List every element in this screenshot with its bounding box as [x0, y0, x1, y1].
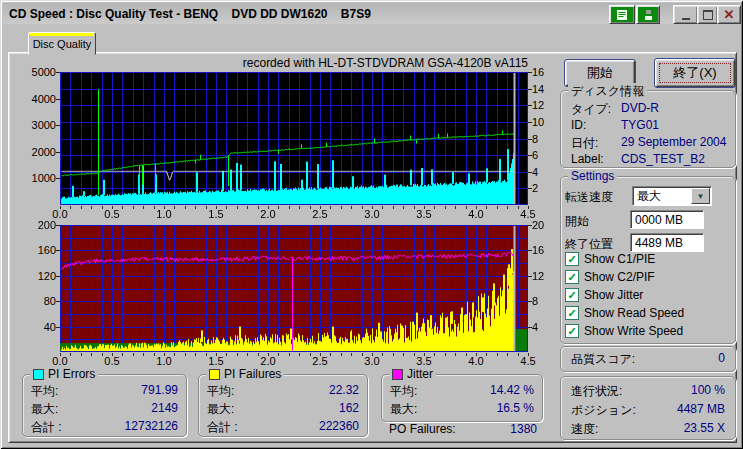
- axis-tick: [528, 225, 532, 226]
- pi-errors-max: 2149: [151, 401, 178, 417]
- axis-tick: [56, 250, 60, 251]
- y-axis-right-tick-label: 12: [532, 270, 558, 282]
- app-window: CD Speed : Disc Quality Test - BENQ DVD …: [0, 0, 743, 449]
- pi-failures-total: 222360: [319, 419, 359, 435]
- settings-title: Settings: [568, 169, 617, 183]
- focus-rect: 終了(X): [659, 63, 731, 83]
- progress-value: 100 %: [691, 383, 725, 400]
- checkbox-label: Show C1/PIE: [584, 252, 655, 266]
- pi-failures-max: 162: [339, 401, 359, 417]
- y-axis-left-tick-label: 2000: [18, 146, 56, 158]
- axis-tick: [56, 276, 60, 277]
- quality-score-value: 0: [718, 351, 725, 368]
- top-chart-x-ticks: [60, 206, 529, 209]
- max-label: 最大:: [31, 401, 58, 417]
- axis-tick: [528, 155, 532, 156]
- disc-date-label: 日付:: [571, 135, 621, 152]
- y-axis-right-tick-label: 2: [532, 182, 558, 194]
- exit-button-label: 終了(X): [673, 64, 716, 82]
- save-icon-button[interactable]: [636, 5, 660, 24]
- exit-button[interactable]: 終了(X): [655, 59, 735, 87]
- axis-tick: [56, 327, 60, 328]
- avg-label: 平均:: [207, 383, 234, 399]
- y-axis-left-tick-label: 1000: [18, 172, 56, 184]
- axis-tick: [528, 188, 532, 189]
- x-axis-tick-label: 1.5: [200, 208, 232, 220]
- pi-errors-total: 12732126: [125, 419, 178, 435]
- axis-tick: [528, 172, 532, 173]
- chevron-down-icon[interactable]: ▼: [691, 188, 710, 204]
- y-axis-left-tick-label: 3000: [18, 119, 56, 131]
- minimize-icon: [682, 18, 690, 20]
- y-axis-left-tick-label: 40: [18, 321, 56, 333]
- checkbox-show-c2-pif[interactable]: Show C2/PIF: [565, 270, 655, 284]
- pi-failures-statbox: PI Failures 平均:22.32 最大:162 合計 :222360: [198, 374, 368, 437]
- pi-errors-speed-chart: [60, 72, 528, 205]
- window-title: CD Speed : Disc Quality Test - BENQ DVD …: [3, 7, 371, 21]
- close-button[interactable]: ✕: [717, 5, 741, 24]
- transfer-speed-select[interactable]: 最大 ▼: [632, 186, 712, 206]
- save-disk-icon: [642, 9, 655, 21]
- maximize-icon: [703, 10, 713, 20]
- x-axis-tick-label: 2.0: [252, 355, 284, 367]
- checkbox-label: Show Read Speed: [584, 306, 684, 320]
- jitter-color-swatch: [392, 369, 403, 380]
- pi-failures-legend: PI Failures: [206, 367, 284, 381]
- x-axis-tick-label: 4.0: [460, 355, 492, 367]
- position-label: ポジション:: [571, 402, 636, 419]
- y-axis-right-tick-label: 10: [532, 116, 558, 128]
- speed-label: 速度:: [571, 421, 598, 438]
- speed-value: 23.55 X: [684, 421, 725, 438]
- x-axis-tick-label: 2.5: [304, 208, 336, 220]
- x-axis-tick-label: 0.0: [44, 355, 76, 367]
- disc-label-value: CDS_TEST_B2: [621, 152, 727, 166]
- max-label: 最大:: [390, 401, 417, 417]
- x-axis-tick-label: 2.0: [252, 208, 284, 220]
- disc-type-value: DVD-R: [621, 101, 727, 118]
- tab-disc-quality[interactable]: Disc Quality: [28, 32, 96, 55]
- axis-tick: [56, 178, 60, 179]
- end-position-input[interactable]: [630, 233, 704, 252]
- x-axis-tick-label: 1.5: [200, 355, 232, 367]
- pi-errors-avg: 791.99: [141, 383, 178, 399]
- checkbox-label: Show C2/PIF: [584, 270, 655, 284]
- checkbox-show-write-speed[interactable]: Show Write Speed: [565, 324, 683, 338]
- x-axis-tick-label: 0.5: [96, 355, 128, 367]
- po-failures-label: PO Failures:: [389, 422, 456, 436]
- checkbox-show-c1-pie[interactable]: Show C1/PIE: [565, 252, 655, 266]
- disc-type-row: タイプ: DVD-R: [571, 101, 727, 118]
- disc-id-label: ID:: [571, 118, 621, 132]
- check-icon: [565, 288, 579, 302]
- checkbox-show-jitter[interactable]: Show Jitter: [565, 288, 643, 302]
- pi-errors-legend: PI Errors: [30, 367, 98, 381]
- po-failures-value: 1380: [510, 422, 537, 436]
- maximize-button[interactable]: [697, 5, 718, 24]
- max-label: 最大:: [207, 401, 234, 417]
- y-axis-right-tick-label: 16: [532, 66, 558, 78]
- axis-tick: [528, 89, 532, 90]
- start-position-input[interactable]: [630, 210, 704, 229]
- check-icon: [565, 270, 579, 284]
- y-axis-right-tick-label: 8: [532, 133, 558, 145]
- y-axis-left-tick-label: 4000: [18, 93, 56, 105]
- avg-label: 平均:: [31, 383, 58, 399]
- jitter-statbox: Jitter 平均:14.42 % 最大:16.5 %: [381, 374, 543, 422]
- y-axis-left-tick-label: 120: [18, 270, 56, 282]
- pi-failures-avg: 22.32: [329, 383, 359, 399]
- total-label: 合計 :: [31, 419, 62, 435]
- end-position-label: 終了位置: [565, 236, 613, 253]
- y-axis-right-tick-label: 8: [532, 295, 558, 307]
- axis-tick: [528, 301, 532, 302]
- checkbox-show-read-speed[interactable]: Show Read Speed: [565, 306, 684, 320]
- jitter-avg: 14.42 %: [490, 383, 534, 399]
- position-value: 4487 MB: [677, 402, 725, 419]
- jitter-legend-label: Jitter: [407, 367, 433, 381]
- test-results-icon-button[interactable]: [609, 5, 635, 24]
- axis-tick: [528, 105, 532, 106]
- avg-label: 平均:: [390, 383, 417, 399]
- minimize-button[interactable]: [673, 5, 698, 24]
- disc-date-row: 日付: 29 September 2004: [571, 135, 727, 152]
- y-axis-right-tick-label: 4: [532, 321, 558, 333]
- x-axis-tick-label: 2.5: [304, 355, 336, 367]
- axis-tick: [56, 125, 60, 126]
